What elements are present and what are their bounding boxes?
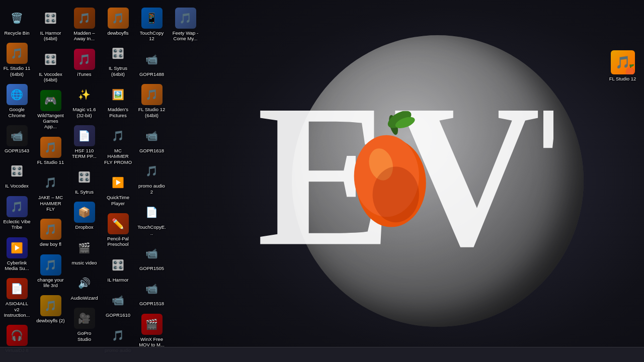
icon-image-mc-hammer: 🎵 bbox=[108, 125, 129, 146]
icon-image-promo-audio: 🎵 bbox=[108, 325, 129, 346]
icon-label-dropbox: Dropbox bbox=[75, 224, 94, 230]
desktop-icon-wildtangent[interactable]: 🎮 WildTangent Games App... bbox=[34, 87, 67, 133]
icon-label-il-vocodex: IL Vocodex bbox=[5, 183, 29, 189]
desktop-icon-promo-audio2[interactable]: 🎵 promo audio 2 bbox=[135, 157, 168, 198]
icon-label-asio4all: ASIO4ALL v2 Instruction... bbox=[3, 301, 31, 318]
desktop-icon-quicktime[interactable]: ▶️ QuickTime Player bbox=[102, 169, 134, 209]
icon-label-dewboyfls: dewboyfls bbox=[107, 30, 128, 36]
desktop-icon-magic-v16[interactable]: ✨ Magic v1.6 (32-bit) bbox=[68, 81, 101, 121]
icon-label-gopr1543: GOPR1543 bbox=[5, 148, 29, 153]
desktop-icon-fl-studio-12[interactable]: 🎵 FL Studio 12 (64bit) bbox=[135, 81, 168, 121]
icon-image-fl-studio-11b: 🎵 bbox=[40, 137, 61, 158]
icon-image-winx: 🎬 bbox=[141, 314, 163, 335]
desktop-icon-cyberlink[interactable]: ▶️ Cyberlink Media Su... bbox=[1, 234, 33, 275]
desktop-icon-touchcopye[interactable]: 📄 TouchCopyE... bbox=[135, 199, 168, 239]
icon-image-gopr1488: 📹 bbox=[141, 49, 163, 70]
icon-label-magic-v16: Magic v1.6 (32-bit) bbox=[70, 107, 99, 118]
desktop-icon-il-sytrus[interactable]: 🎛️ IL Sytrus bbox=[68, 163, 101, 198]
desktop-icon-winx[interactable]: 🎬 WinX Free MOV to M... bbox=[135, 311, 168, 351]
desktop-icon-music-video[interactable]: 🎬 music video bbox=[68, 234, 101, 268]
icon-image-gopr1518: 📹 bbox=[141, 278, 163, 299]
desktop-icon-feety[interactable]: 🎵 Feety Wap - Come My... bbox=[169, 5, 202, 45]
icon-image-eclectic-vibe: 🎵 bbox=[7, 196, 28, 217]
desktop-icon-madden-away[interactable]: 🎵 Madden – Away In... bbox=[68, 5, 101, 45]
desktop-icon-mc-hammer[interactable]: 🎵 MC HAMMER FLY PROMO bbox=[102, 122, 134, 168]
icon-label-dew-boy-fl: dew boy fl bbox=[40, 241, 61, 247]
desktop-icon-il-harmor[interactable]: 🎛️ IL Harmor (64bit) bbox=[34, 5, 67, 45]
icon-label-change-life: change your life 3rd bbox=[36, 277, 65, 289]
icon-image-fl-studio-11: 🎵 bbox=[7, 43, 28, 64]
desktop-icon-gopr1518[interactable]: 📹 GOPR1518 bbox=[135, 275, 168, 309]
desktop-icon-il-sytrus64[interactable]: 🎛️ IL Sytrus (64bit) bbox=[102, 40, 134, 80]
icon-label-fl-studio-11b: FL Studio 11 bbox=[37, 159, 64, 165]
desktop-icon-audiowizard[interactable]: 🔊 AudioWizard bbox=[68, 269, 101, 304]
desktop-icon-dew-boy-fl[interactable]: 🎵 dew boy fl bbox=[34, 216, 67, 250]
icon-image-itunes: 🎵 bbox=[74, 49, 95, 70]
icon-image-dewboyfls2: 🎵 bbox=[40, 295, 61, 316]
svg-point-9 bbox=[625, 67, 633, 74]
icon-image-audiowizard: 🔊 bbox=[74, 273, 95, 294]
icon-image-dewboyfls: 🎵 bbox=[108, 8, 129, 29]
icon-label-il-harmor2: IL Harmor bbox=[108, 277, 129, 283]
desktop-icon-gopr1505[interactable]: 📹 GOPR1505 bbox=[135, 240, 168, 274]
desktop-icon-hsf110[interactable]: 📄 HSF 110 TERM PP... bbox=[68, 122, 101, 162]
icon-label-quicktime: QuickTime Player bbox=[104, 195, 132, 206]
fl-studio-corner-icon[interactable]: 🎵 FL Studio 12 bbox=[606, 50, 639, 81]
icon-label-gopr1488: GOPR1488 bbox=[139, 71, 164, 77]
desktop-icon-asio4all[interactable]: 📄 ASIO4ALL v2 Instruction... bbox=[1, 275, 33, 321]
desktop-icon-gopr1610[interactable]: 📹 GOPR1610 bbox=[102, 287, 134, 321]
desktop-icon-eclectic-vibe[interactable]: 🎵 Eclectic Vibe Tribe bbox=[1, 193, 33, 233]
icon-image-quicktime: ▶️ bbox=[108, 172, 129, 193]
icon-image-feety: 🎵 bbox=[175, 8, 196, 29]
desktop-icon-il-vocodex64[interactable]: 🎛️ IL Vocodex (64bit) bbox=[34, 46, 67, 86]
icon-image-maddens-pics: 🖼️ bbox=[108, 84, 129, 105]
icon-label-gopr1518: GOPR1518 bbox=[139, 301, 164, 306]
icon-image-gopr1618: 📹 bbox=[141, 125, 163, 146]
desktop-icon-change-life[interactable]: 🎵 change your life 3rd bbox=[34, 251, 67, 292]
desktop-icon-itunes[interactable]: 🎵 iTunes bbox=[68, 46, 101, 80]
icon-image-dropbox: 📦 bbox=[74, 202, 95, 223]
icon-image-il-harmor: 🎛️ bbox=[40, 8, 61, 29]
desktop-icon-dewboyfls2[interactable]: 🎵 dewboyfls (2) bbox=[34, 292, 67, 326]
desktop-icon-gopr1618[interactable]: 📹 GOPR1618 bbox=[135, 122, 168, 156]
icon-image-gopr1543: 📹 bbox=[7, 125, 28, 146]
desktop-icon-maddens-pics[interactable]: 🖼️ Madden's Pictures bbox=[102, 81, 134, 121]
desktop-icon-recycle-bin[interactable]: 🗑️ Recycle Bin bbox=[1, 5, 33, 39]
taskbar bbox=[0, 347, 644, 362]
icon-image-google-chrome: 🌐 bbox=[7, 84, 28, 105]
icon-image-recycle-bin: 🗑️ bbox=[7, 8, 28, 29]
icon-label-il-vocodex64: IL Vocodex (64bit) bbox=[36, 71, 65, 83]
icon-label-wildtangent: WildTangent Games App... bbox=[36, 113, 65, 130]
icon-label-music-video: music video bbox=[71, 260, 97, 265]
desktop-icon-jake-mc[interactable]: 🎵 JAKE – MC HAMMER FLY bbox=[34, 169, 67, 215]
desktop-icon-fl-studio-11[interactable]: 🎵 FL Studio 11 (64bit) bbox=[1, 40, 33, 80]
desktop-icon-google-chrome[interactable]: 🌐 Google Chrome bbox=[1, 81, 33, 121]
icon-label-madden-away: Madden – Away In... bbox=[70, 30, 99, 42]
icon-label-eclectic-vibe: Eclectic Vibe Tribe bbox=[3, 219, 31, 230]
icon-label-gopro-studio: GoPro Studio bbox=[70, 330, 99, 342]
desktop-icon-gopr1488[interactable]: 📹 GOPR1488 bbox=[135, 46, 168, 80]
desktop-icon-dewboyfls[interactable]: 🎵 dewboyfls bbox=[102, 5, 134, 39]
desktop-icon-fl-studio-11b[interactable]: 🎵 FL Studio 11 bbox=[34, 134, 67, 168]
icon-image-jake-mc: 🎵 bbox=[40, 172, 61, 193]
desktop-icon-il-vocodex[interactable]: 🎛️ IL Vocodex bbox=[1, 157, 33, 192]
icon-label-itunes: iTunes bbox=[77, 71, 91, 77]
desktop-icon-il-harmor2[interactable]: 🎛️ IL Harmor bbox=[102, 251, 134, 286]
icon-image-fl-studio-12: 🎵 bbox=[141, 84, 163, 105]
icon-image-touchcopye: 📄 bbox=[141, 202, 163, 223]
icon-image-asio4all: 📄 bbox=[7, 278, 28, 299]
icon-image-cyberlink: ▶️ bbox=[7, 237, 28, 258]
desktop-icon-gopro-studio[interactable]: 🎥 GoPro Studio bbox=[68, 305, 101, 345]
icon-label-feety: Feety Wap - Come My... bbox=[171, 30, 200, 42]
desktop-icon-gopr1543[interactable]: 📹 GOPR1543 bbox=[1, 122, 33, 156]
icon-label-recycle-bin: Recycle Bin bbox=[4, 30, 29, 36]
icon-label-il-sytrus: IL Sytrus bbox=[75, 189, 94, 195]
icon-image-gopr1610: 📹 bbox=[108, 290, 129, 311]
icon-label-il-harmor: IL Harmor (64bit) bbox=[36, 30, 65, 42]
desktop-icon-touchcopy12[interactable]: 📱 TouchCopy 12 bbox=[135, 5, 168, 45]
icon-label-pencilpal: Pencil-Pal Preschool bbox=[104, 236, 132, 247]
desktop-icon-pencilpal[interactable]: ✏️ Pencil-Pal Preschool bbox=[102, 210, 134, 250]
icon-image-il-sytrus64: 🎛️ bbox=[108, 43, 129, 64]
svg-point-7 bbox=[373, 167, 419, 223]
desktop-icon-dropbox[interactable]: 📦 Dropbox bbox=[68, 199, 101, 233]
